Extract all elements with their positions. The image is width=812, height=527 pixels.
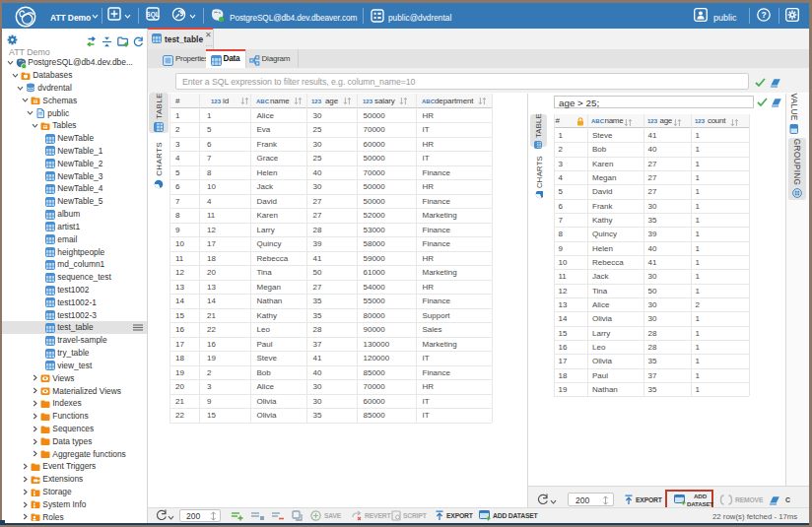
svg-text:SQL: SQL (146, 10, 159, 18)
svg-text:?: ? (761, 10, 766, 20)
